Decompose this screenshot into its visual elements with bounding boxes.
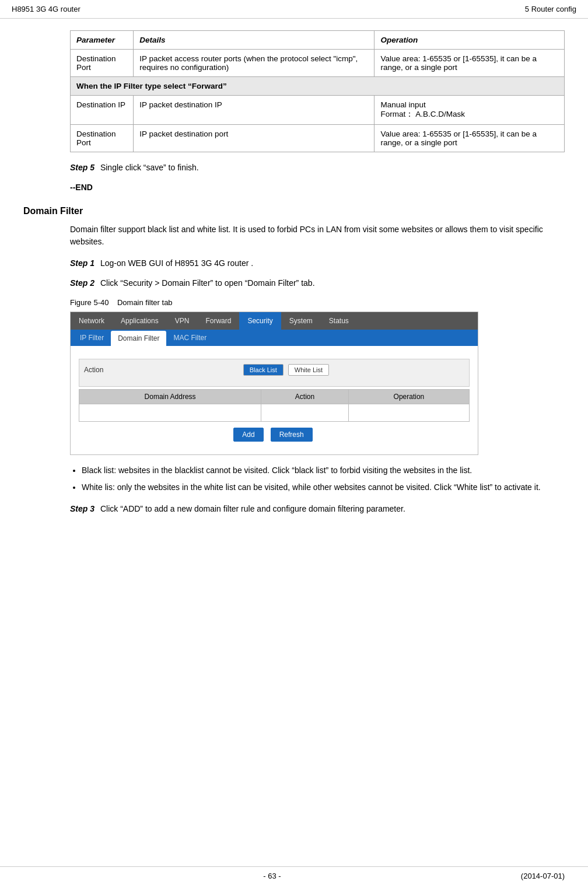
step3-text: Click “ADD” to add a new domain filter r… [100,504,405,513]
section-header-text: When the IP Filter type select “Forward” [71,77,565,96]
add-button[interactable]: Add [233,428,263,442]
step5-block: Step 5 Single click “save” to finish. [70,163,565,172]
cell-op-1: Value area: 1-65535 or [1-65535], it can… [374,50,565,77]
domain-filter-title: Domain Filter [23,206,565,216]
sub-nav-domainfilter[interactable]: Domain Filter [111,331,166,346]
doc-table: Parameter Details Operation Destination … [70,30,565,152]
col-header-operation: Operation [374,31,565,50]
col-header-details: Details [134,31,374,50]
nav-item-forward[interactable]: Forward [197,312,239,330]
ui-content: Action Black List White List [71,346,478,454]
table-row: Destination IP IP packet destination IP … [71,96,565,125]
sub-nav-macfilter[interactable]: MAC Filter [166,330,214,345]
gray-box: Action Black List White List [79,359,470,387]
footer-right: (2014-07-01) [521,872,565,880]
step1-label: Step 1 [70,258,94,268]
ui-table-header-action: Action [261,390,349,404]
end-block: --END [70,183,565,192]
button-row: Add Refresh [79,428,470,446]
domain-filter-desc: Domain filter support black list and whi… [70,223,565,248]
figure-label: Figure 5-40 [70,298,108,307]
bullet-list: Black list: websites in the blacklist ca… [70,464,565,494]
step2-label: Step 2 [70,278,94,288]
ui-table-header-operation: Operation [348,390,469,404]
table-row: Destination Port IP packet access router… [71,50,565,77]
action-row: Action Black List White List [84,364,464,376]
step2-text: Click “Security > Domain Filter” to open… [100,278,315,288]
figure-block: Figure 5-40 Domain filter tab Network Ap… [70,298,518,455]
page-content: Parameter Details Operation Destination … [0,19,588,547]
bullet-item-1: Black list: websites in the blacklist ca… [82,464,565,477]
page-header: H8951 3G 4G router 5 Router config [0,0,588,19]
action-label: Action [84,366,103,374]
cell-detail-3: IP packet destination IP [134,96,374,125]
step3-label: Step 3 [70,504,94,513]
cell-detail-4: IP packet destination port [134,125,374,152]
table-section-header: When the IP Filter type select “Forward” [71,77,565,96]
sub-nav: IP Filter Domain Filter MAC Filter [71,330,478,346]
sub-nav-ipfilter[interactable]: IP Filter [73,330,111,345]
router-ui: Network Applications VPN Forward Securit… [70,312,478,455]
footer-center: - 63 - [263,872,281,880]
header-right: 5 Router config [525,5,576,13]
nav-item-system[interactable]: System [281,312,321,330]
figure-caption: Figure 5-40 Domain filter tab [70,298,518,307]
nav-item-applications[interactable]: Applications [113,312,167,330]
ui-table-header-domain: Domain Address [79,390,261,404]
cell-detail-1: IP packet access router ports (when the … [134,50,374,77]
refresh-button[interactable]: Refresh [271,428,313,442]
white-list-button[interactable]: White List [288,364,329,376]
cell-op-3: Manual input Format： A.B.C.D/Mask [374,96,565,125]
nav-item-network[interactable]: Network [71,312,113,330]
header-left: H8951 3G 4G router [12,5,80,13]
bullet-item-2: White lis: only the websites in the whit… [82,481,565,494]
step1-block: Step 1 Log-on WEB GUI of H8951 3G 4G rou… [70,258,565,268]
end-text: --END [70,183,93,192]
nav-bar: Network Applications VPN Forward Securit… [71,312,478,330]
page-footer: - 63 - (2014-07-01) [0,866,588,880]
table-empty-row [79,404,470,422]
nav-item-status[interactable]: Status [321,312,357,330]
black-list-button[interactable]: Black List [243,364,284,376]
step3-block: Step 3 Click “ADD” to add a new domain f… [70,504,565,513]
cell-op-4: Value area: 1-65535 or [1-65535], it can… [374,125,565,152]
step1-text: Log-on WEB GUI of H8951 3G 4G router . [100,258,253,268]
col-header-parameter: Parameter [71,31,134,50]
step2-block: Step 2 Click “Security > Domain Filter” … [70,278,565,288]
cell-param-4: Destination Port [71,125,134,152]
cell-param-1: Destination Port [71,50,134,77]
step5-label: Step 5 [70,163,94,172]
figure-caption-text: Domain filter tab [117,298,173,307]
table-row: Destination Port IP packet destination p… [71,125,565,152]
domain-address-table: Domain Address Action Operation [79,389,470,422]
step5-text: Single click “save” to finish. [100,163,199,172]
nav-item-vpn[interactable]: VPN [167,312,198,330]
cell-param-3: Destination IP [71,96,134,125]
nav-item-security[interactable]: Security [239,312,281,330]
